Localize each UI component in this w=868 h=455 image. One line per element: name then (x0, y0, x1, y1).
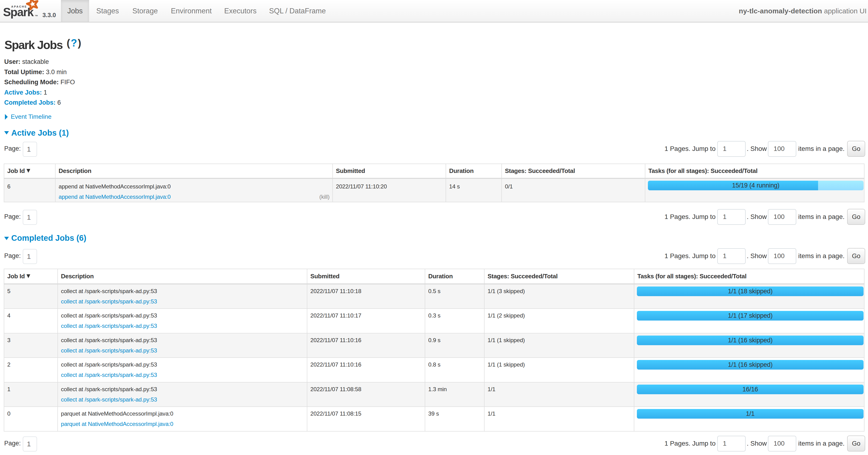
svg-text:TM: TM (35, 15, 38, 17)
svg-text:Spark: Spark (3, 6, 34, 19)
